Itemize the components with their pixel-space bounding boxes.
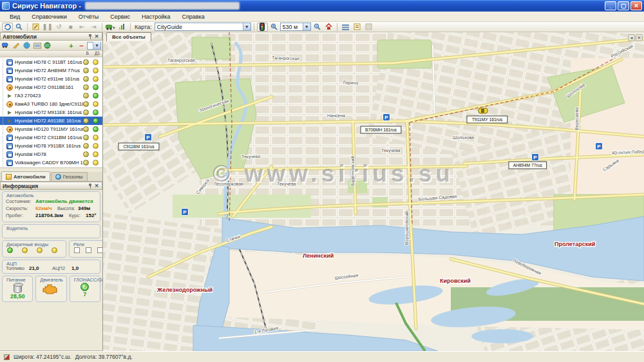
group-title: Дискретные входы	[6, 242, 48, 247]
home-view-button[interactable]	[323, 23, 334, 32]
street-label: Лесопарковая	[214, 182, 243, 187]
menu-item-2[interactable]: Отчёты	[73, 13, 104, 21]
street-label: Текучева	[381, 148, 401, 153]
remove-item-button[interactable]: −	[77, 41, 86, 50]
vehicle-row[interactable]: Hyundai HD72 С911ВМ 161rus	[0, 133, 102, 142]
vehicle-row[interactable]: Hyundai HD72 АН894М 77rus	[0, 66, 102, 75]
status-led-b	[83, 68, 89, 73]
relay-checkbox[interactable]	[74, 247, 80, 253]
pin-icon[interactable]	[88, 33, 93, 39]
tab-close-icon[interactable]: ✕	[636, 34, 643, 41]
parking-icon[interactable]: P	[383, 114, 390, 121]
svg-text:P: P	[146, 135, 150, 140]
vehicle-plate-label[interactable]: В706МН 161rus	[361, 126, 401, 133]
menu-item-1[interactable]: Справочники	[26, 13, 73, 21]
vehicle-row[interactable]: Hyundai HD78	[0, 150, 102, 158]
chevron-down-icon[interactable]: ▼	[93, 42, 100, 49]
vehicle-row[interactable]: Hyundai HD72 А911ВЕ 161rus	[0, 117, 102, 125]
vehicle-row[interactable]: Volkswagen CADDY В706МН 161rus	[0, 158, 102, 167]
status-led-b	[83, 160, 89, 166]
column-b[interactable]: Б	[83, 51, 92, 57]
vehicle-plate-label[interactable]: АН894М 77rus	[509, 162, 547, 169]
column-d1[interactable]: Д1	[92, 51, 102, 57]
close-button[interactable]: ✕	[630, 1, 642, 10]
vehicle-info-group: Автомобиль Состояние: Автомобиль движетс…	[2, 191, 100, 222]
battery-icon	[14, 283, 22, 293]
menu-item-0[interactable]: Вид	[4, 13, 26, 21]
zoom-in-button[interactable]	[269, 23, 279, 32]
vehicle-row[interactable]: Hyundai HD72 е911не 161rus	[0, 75, 102, 83]
list-filter-combo[interactable]: ▼	[87, 42, 101, 50]
parking-icon[interactable]: P	[182, 209, 189, 216]
vehicle-menu-button[interactable]	[105, 23, 116, 32]
search-button[interactable]	[14, 23, 24, 32]
svg-text:P: P	[183, 209, 187, 215]
connection-status-icon	[4, 354, 10, 360]
vehicle-name: Volkswagen CADDY В706МН 161rus	[15, 160, 83, 166]
parking-icon[interactable]: P	[145, 134, 152, 141]
vehicle-photo-button[interactable]	[32, 41, 42, 50]
parking-icon[interactable]: P	[596, 143, 603, 150]
vehicle-row[interactable]: Hyundai HD120 Т911МУ 161rus	[0, 125, 102, 133]
menu-item-3[interactable]: Сервис	[104, 13, 136, 21]
vehicle-row[interactable]: Hyundai HD72 М911ЕЕ 161rus	[0, 108, 102, 117]
map-area[interactable]: Все объекты ◂ ✕	[103, 32, 644, 351]
zoom-level-combo[interactable]: 530 м ▼	[280, 23, 311, 31]
state-label: Состояние:	[6, 198, 35, 204]
status-led-b	[83, 151, 89, 157]
add-vehicle-button[interactable]	[1, 41, 11, 50]
vehicle-row[interactable]: Hyundai HD78 У911ВХ 161rus	[0, 142, 102, 150]
close-panel-icon[interactable]: ✕	[93, 33, 100, 39]
chevron-down-icon[interactable]: ▼	[303, 23, 310, 30]
vehicle-row[interactable]: Hyundai HD72 О911ВЕ161	[0, 83, 102, 91]
truck-icon	[6, 68, 13, 74]
gear-icon	[6, 101, 13, 108]
vehicle-marker-icon[interactable]	[478, 108, 488, 113]
chevron-down-icon[interactable]: ▼	[243, 23, 251, 30]
status-led-b	[83, 84, 89, 90]
edit-track-button[interactable]	[30, 23, 41, 32]
minimize-button[interactable]: _	[605, 1, 616, 10]
input-led	[37, 247, 43, 253]
adc-group: АЦП Топливо 21,0 АЦП2 1,0	[2, 260, 100, 274]
vehicle-plate-label[interactable]: Т911МУ 161rus	[467, 116, 507, 123]
track-range2-icon: ⇥	[88, 23, 99, 32]
chart-button[interactable]	[117, 23, 128, 32]
tab-geozones[interactable]: Геозоны	[51, 172, 88, 181]
tab-vehicles[interactable]: Автомобили	[1, 171, 50, 181]
list-view-button[interactable]	[340, 23, 351, 32]
info-panel-header: Информация ✕	[0, 182, 102, 190]
status-led-d1	[93, 160, 99, 166]
district-label: Железнодорожный	[156, 287, 213, 293]
relay-checkbox[interactable]	[86, 247, 91, 253]
tab-all-objects[interactable]: Все объекты	[106, 32, 151, 41]
truck-icon	[6, 59, 13, 66]
close-panel-icon[interactable]: ✕	[93, 183, 100, 189]
menu-item-4[interactable]: Настройка	[136, 13, 176, 21]
power-value: 28,50	[10, 293, 25, 300]
vehicle-row[interactable]: ГАЗ 270423	[0, 91, 102, 100]
geo-button[interactable]	[43, 41, 52, 50]
map-canvas[interactable]: © www.sirius.su © www.sirius.su Таганрог…	[103, 32, 644, 351]
pin-icon[interactable]	[88, 183, 93, 189]
notes-button[interactable]	[352, 23, 363, 32]
vehicle-row[interactable]: Hyundai HD78 С 911ВТ 161rus	[0, 58, 102, 66]
paint-track-button[interactable]	[12, 41, 21, 50]
district-label: Пролетарский	[554, 241, 595, 247]
add-item-button[interactable]: +	[66, 41, 76, 50]
refresh-button[interactable]	[2, 23, 13, 32]
traffic-light-button[interactable]	[257, 23, 268, 32]
tab-scroll-left-icon[interactable]: ◂	[628, 34, 635, 41]
vehicle-name: Hyundai HD120 Т911МУ 161rus	[15, 126, 83, 132]
maximize-button[interactable]: ▢	[618, 1, 629, 10]
menu-item-5[interactable]: Справка	[176, 13, 210, 21]
vehicle-row[interactable]: КамАЗ TURBO 180 3дне/С911ЕС 61rus	[0, 100, 102, 108]
parking-icon[interactable]: P	[532, 154, 539, 161]
zoom-out-button[interactable]	[312, 23, 323, 32]
vehicle-plate-label[interactable]: С911ВМ 161rus	[118, 143, 159, 150]
relay-checkbox[interactable]	[97, 247, 102, 253]
status-led-b	[83, 126, 89, 132]
map-select-combo[interactable]: CityGuide ▼	[155, 23, 251, 31]
show-on-map-button[interactable]	[22, 41, 32, 50]
status-led-b	[83, 59, 89, 65]
